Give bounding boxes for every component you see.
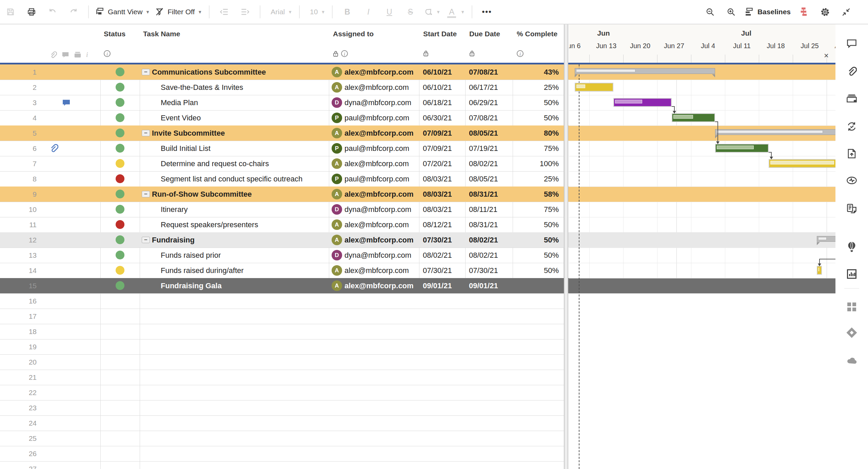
- due-date-cell[interactable]: 08/02/21: [465, 248, 513, 263]
- task-name-cell[interactable]: Media Plan: [140, 95, 329, 110]
- row-number[interactable]: 25: [0, 431, 37, 446]
- sidebar-connectors-button[interactable]: [846, 357, 857, 365]
- status-indicator[interactable]: [116, 235, 124, 244]
- timeline-week-label[interactable]: Jun 13: [596, 42, 616, 50]
- assigned-to-cell[interactable]: Aalex@mbfcorp.com: [329, 80, 419, 95]
- status-indicator[interactable]: [116, 205, 124, 214]
- gantt-task-bar[interactable]: [575, 83, 613, 92]
- column-header-assigned[interactable]: Assigned to: [333, 29, 418, 38]
- indent-button[interactable]: [237, 4, 253, 20]
- gantt-summary-bar[interactable]: [817, 236, 835, 242]
- percent-complete-cell[interactable]: 50%: [513, 95, 564, 110]
- start-date-cell[interactable]: 07/09/21: [419, 125, 465, 141]
- more-options-button[interactable]: •••: [479, 4, 495, 20]
- assigned-to-cell[interactable]: Aalex@mbfcorp.com: [329, 232, 419, 248]
- task-name-cell[interactable]: Event Video: [140, 110, 329, 125]
- sidebar-comments-button[interactable]: [847, 39, 857, 48]
- task-name-cell[interactable]: Itinerary: [140, 202, 329, 217]
- assigned-to-cell[interactable]: Ddyna@mbfcorp.com: [329, 248, 419, 263]
- start-date-cell[interactable]: 09/01/21: [419, 278, 465, 293]
- start-date-cell[interactable]: 06/10/21: [419, 80, 465, 95]
- task-name-cell[interactable]: Funds raised prior: [140, 248, 329, 263]
- status-indicator[interactable]: [116, 98, 124, 107]
- start-date-cell[interactable]: 06/18/21: [419, 95, 465, 110]
- gantt-summary-bar[interactable]: [715, 129, 835, 135]
- row-number[interactable]: 21: [0, 370, 37, 385]
- task-name-cell[interactable]: Segment list and conduct specific outrea…: [140, 171, 329, 187]
- sidebar-charts-button[interactable]: [847, 269, 857, 279]
- start-date-cell[interactable]: 08/12/21: [419, 217, 465, 232]
- column-header-task[interactable]: Task Name: [143, 29, 328, 38]
- percent-complete-cell[interactable]: 50%: [513, 217, 564, 232]
- column-header-status[interactable]: Status: [104, 29, 138, 38]
- gantt-pane[interactable]: JunJulJun 6Jun 13Jun 20Jun 27Jul 4Jul 11…: [569, 24, 835, 469]
- status-indicator[interactable]: [116, 220, 124, 229]
- percent-complete-cell[interactable]: [513, 278, 564, 293]
- due-date-cell[interactable]: 08/02/21: [465, 232, 513, 248]
- collapse-button[interactable]: −: [142, 237, 150, 243]
- status-indicator[interactable]: [116, 83, 124, 92]
- task-name-cell[interactable]: −Communications Subcommittee: [140, 64, 329, 80]
- bold-button[interactable]: B: [339, 4, 355, 20]
- text-color-button[interactable]: A ▼: [446, 4, 465, 20]
- task-name-cell[interactable]: Request speakers/presenters: [140, 217, 329, 232]
- assigned-to-cell[interactable]: Ddyna@mbfcorp.com: [329, 202, 419, 217]
- italic-button[interactable]: I: [360, 4, 376, 20]
- outdent-button[interactable]: [216, 4, 232, 20]
- pane-splitter[interactable]: [564, 24, 568, 469]
- percent-complete-cell[interactable]: 50%: [513, 248, 564, 263]
- zoom-out-button[interactable]: [703, 4, 718, 20]
- assigned-to-cell[interactable]: Aalex@mbfcorp.com: [329, 278, 419, 293]
- row-number[interactable]: 5: [0, 125, 37, 141]
- row-number[interactable]: 8: [0, 171, 37, 187]
- column-header-pct[interactable]: % Complete: [517, 29, 561, 38]
- row-comment-indicator[interactable]: [62, 99, 71, 106]
- status-indicator[interactable]: [116, 251, 124, 259]
- assigned-to-cell[interactable]: Ppaul@mbfcorp.com: [329, 171, 419, 187]
- sidebar-attachments-button[interactable]: [847, 66, 857, 77]
- percent-complete-cell[interactable]: 75%: [513, 141, 564, 156]
- close-gantt-button[interactable]: ×: [824, 51, 829, 60]
- status-indicator[interactable]: [116, 159, 124, 168]
- row-number[interactable]: 14: [0, 263, 37, 278]
- timeline-week-label[interactable]: Jun 20: [630, 42, 650, 50]
- due-date-cell[interactable]: 08/05/21: [465, 171, 513, 187]
- row-number[interactable]: 16: [0, 293, 37, 309]
- column-header-due[interactable]: Due Date: [469, 29, 510, 38]
- percent-complete-cell[interactable]: 50%: [513, 110, 564, 125]
- underline-button[interactable]: U: [381, 4, 397, 20]
- percent-complete-cell[interactable]: 25%: [513, 80, 564, 95]
- font-family-selector[interactable]: Arial ▼: [267, 4, 292, 20]
- row-number[interactable]: 7: [0, 156, 37, 171]
- gantt-task-bar[interactable]: [613, 98, 671, 107]
- start-date-cell[interactable]: 08/03/21: [419, 202, 465, 217]
- filter-selector[interactable]: Filter Off ▼: [155, 4, 202, 20]
- row-number[interactable]: 18: [0, 324, 37, 339]
- collapse-button[interactable]: −: [142, 191, 150, 197]
- baselines-button[interactable]: Baselines: [745, 4, 791, 20]
- font-size-selector[interactable]: 10 ▼: [307, 4, 325, 20]
- assigned-to-cell[interactable]: Aalex@mbfcorp.com: [329, 217, 419, 232]
- row-number[interactable]: 2: [0, 80, 37, 95]
- due-date-cell[interactable]: 08/02/21: [465, 156, 513, 171]
- sidebar-getting-started-button[interactable]: [847, 241, 856, 252]
- row-number[interactable]: 11: [0, 217, 37, 232]
- due-date-cell[interactable]: 06/29/21: [465, 95, 513, 110]
- row-number[interactable]: 17: [0, 309, 37, 324]
- due-date-cell[interactable]: 08/31/21: [465, 217, 513, 232]
- task-name-cell[interactable]: −Invite Subcommittee: [140, 125, 329, 141]
- assigned-to-cell[interactable]: Aalex@mbfcorp.com: [329, 263, 419, 278]
- timeline-week-label[interactable]: Jul 18: [767, 42, 785, 50]
- status-indicator[interactable]: [116, 129, 124, 137]
- gantt-summary-bar[interactable]: [575, 68, 715, 74]
- sidebar-publish-button[interactable]: [847, 149, 856, 159]
- task-name-cell[interactable]: −Fundraising: [140, 232, 329, 248]
- undo-button[interactable]: [45, 4, 60, 20]
- critical-path-button[interactable]: [796, 4, 812, 20]
- sidebar-sheet-summary-button[interactable]: [847, 203, 857, 214]
- status-indicator[interactable]: [116, 266, 124, 275]
- redo-button[interactable]: [66, 4, 81, 20]
- status-indicator[interactable]: [116, 174, 124, 183]
- start-date-cell[interactable]: 07/30/21: [419, 232, 465, 248]
- status-indicator[interactable]: [116, 144, 124, 153]
